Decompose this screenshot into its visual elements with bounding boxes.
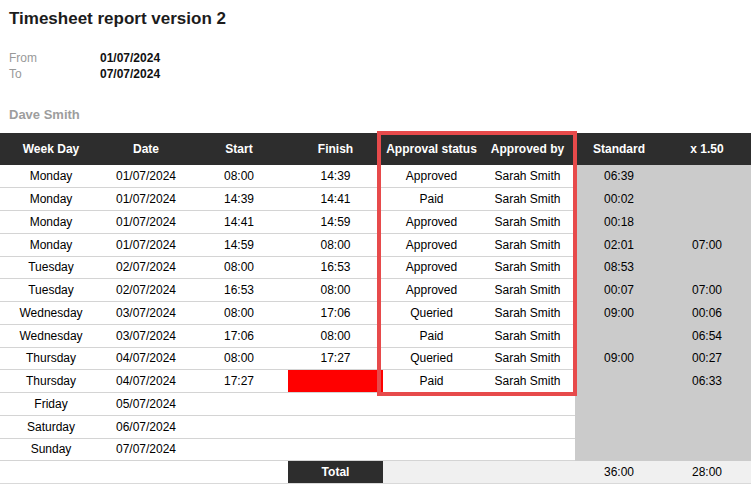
to-value: 07/07/2024 — [100, 66, 160, 82]
table-row: Wednesday03/07/202408:0017:06QueriedSara… — [0, 302, 751, 325]
approval-status-cell: Queried — [383, 302, 480, 325]
start-cell — [190, 438, 288, 461]
report-date-range: From 01/07/2024 To 07/07/2024 — [9, 50, 160, 82]
approved-by-cell: Sarah Smith — [480, 256, 575, 279]
approved-by-cell: Sarah Smith — [480, 324, 575, 347]
weekday-cell: Friday — [0, 393, 102, 416]
column-header-finish: Finish — [288, 133, 383, 165]
date-cell: 01/07/2024 — [102, 165, 190, 188]
finish-cell: 08:00 — [288, 324, 383, 347]
table-row: Monday01/07/202408:0014:39ApprovedSarah … — [0, 165, 751, 188]
weekday-cell: Wednesday — [0, 302, 102, 325]
table-row: Wednesday03/07/202417:0608:00PaidSarah S… — [0, 324, 751, 347]
table-body: Monday01/07/202408:0014:39ApprovedSarah … — [0, 165, 751, 461]
total-empty-start — [190, 461, 288, 484]
start-cell: 08:00 — [190, 302, 288, 325]
date-cell: 05/07/2024 — [102, 393, 190, 416]
table-row: Friday05/07/2024 — [0, 393, 751, 416]
column-header-standard: Standard — [575, 133, 663, 165]
from-label: From — [9, 50, 100, 66]
weekday-cell: Thursday — [0, 347, 102, 370]
column-header-approved-by: Approved by — [480, 133, 575, 165]
approval-status-cell: Approved — [383, 279, 480, 302]
date-cell: 02/07/2024 — [102, 256, 190, 279]
column-header-x150: x 1.50 — [663, 133, 751, 165]
weekday-cell: Saturday — [0, 415, 102, 438]
x150-cell — [663, 211, 751, 234]
approval-status-cell: Paid — [383, 324, 480, 347]
to-row: To 07/07/2024 — [9, 66, 160, 82]
start-cell: 17:06 — [190, 324, 288, 347]
approval-status-cell: Approved — [383, 211, 480, 234]
table-header: Week Day Date Start Finish Approval stat… — [0, 133, 751, 165]
weekday-cell: Tuesday — [0, 279, 102, 302]
table-footer: Total 36:00 28:00 — [0, 461, 751, 484]
standard-cell: 09:00 — [575, 302, 663, 325]
employee-name: Dave Smith — [9, 107, 80, 122]
finish-cell: 17:27 — [288, 347, 383, 370]
start-cell: 14:59 — [190, 233, 288, 256]
x150-cell: 06:54 — [663, 324, 751, 347]
x150-cell: 00:06 — [663, 302, 751, 325]
weekday-cell: Monday — [0, 165, 102, 188]
approved-by-cell: Sarah Smith — [480, 211, 575, 234]
approval-status-cell — [383, 415, 480, 438]
approval-status-cell: Approved — [383, 165, 480, 188]
weekday-cell: Thursday — [0, 370, 102, 393]
table-row: Monday01/07/202414:5908:00ApprovedSarah … — [0, 233, 751, 256]
standard-cell: 00:07 — [575, 279, 663, 302]
approval-status-cell: Paid — [383, 370, 480, 393]
approved-by-cell: Sarah Smith — [480, 302, 575, 325]
table-row: Monday01/07/202414:3914:41PaidSarah Smit… — [0, 188, 751, 211]
standard-cell: 06:39 — [575, 165, 663, 188]
x150-cell: 07:00 — [663, 233, 751, 256]
date-cell: 01/07/2024 — [102, 233, 190, 256]
total-empty-approval-status — [383, 461, 480, 484]
header-row: Week Day Date Start Finish Approval stat… — [0, 133, 751, 165]
page-title: Timesheet report version 2 — [9, 9, 226, 29]
date-cell: 06/07/2024 — [102, 415, 190, 438]
x150-cell — [663, 256, 751, 279]
finish-cell — [288, 438, 383, 461]
x150-cell: 06:33 — [663, 370, 751, 393]
total-empty-weekday — [0, 461, 102, 484]
weekday-cell: Monday — [0, 188, 102, 211]
standard-cell: 02:01 — [575, 233, 663, 256]
total-standard-value: 36:00 — [575, 461, 663, 484]
x150-cell: 07:00 — [663, 279, 751, 302]
table-row: Thursday04/07/202417:27PaidSarah Smith06… — [0, 370, 751, 393]
finish-cell: 14:59 — [288, 211, 383, 234]
table-row: Sunday07/07/2024 — [0, 438, 751, 461]
date-cell: 03/07/2024 — [102, 302, 190, 325]
x150-cell — [663, 393, 751, 416]
finish-cell — [288, 415, 383, 438]
date-cell: 01/07/2024 — [102, 188, 190, 211]
start-cell: 16:53 — [190, 279, 288, 302]
finish-cell — [288, 370, 383, 393]
approval-status-cell — [383, 438, 480, 461]
column-header-date: Date — [102, 133, 190, 165]
start-cell: 08:00 — [190, 347, 288, 370]
column-header-start: Start — [190, 133, 288, 165]
finish-cell: 14:39 — [288, 165, 383, 188]
finish-cell: 08:00 — [288, 279, 383, 302]
total-empty-approved-by — [480, 461, 575, 484]
finish-cell: 17:06 — [288, 302, 383, 325]
standard-cell — [575, 393, 663, 416]
x150-cell — [663, 415, 751, 438]
table-row: Saturday06/07/2024 — [0, 415, 751, 438]
standard-cell — [575, 415, 663, 438]
standard-cell — [575, 324, 663, 347]
standard-cell: 08:53 — [575, 256, 663, 279]
approved-by-cell: Sarah Smith — [480, 370, 575, 393]
column-header-weekday: Week Day — [0, 133, 102, 165]
date-cell: 01/07/2024 — [102, 211, 190, 234]
finish-cell: 14:41 — [288, 188, 383, 211]
from-value: 01/07/2024 — [100, 50, 160, 66]
start-cell — [190, 393, 288, 416]
finish-cell — [288, 393, 383, 416]
x150-cell: 00:27 — [663, 347, 751, 370]
weekday-cell: Monday — [0, 233, 102, 256]
approved-by-cell — [480, 393, 575, 416]
total-x150-value: 28:00 — [663, 461, 751, 484]
